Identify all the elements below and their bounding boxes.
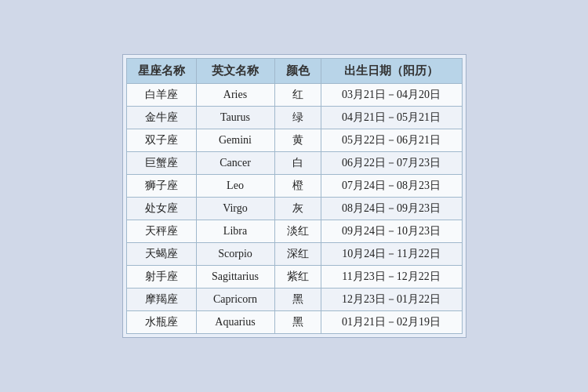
cell-color: 白 [274, 152, 321, 175]
cell-en: Leo [196, 175, 274, 198]
table-row: 水瓶座Aquarius黑01月21日－02月19日 [126, 311, 462, 334]
cell-en: Aries [196, 84, 274, 107]
cell-zh: 摩羯座 [126, 289, 196, 311]
table-row: 白羊座Aries红03月21日－04月20日 [126, 84, 462, 107]
cell-en: Taurus [196, 107, 274, 129]
cell-en: Sagittarius [196, 266, 274, 289]
cell-color: 黄 [274, 129, 321, 152]
header-date: 出生日期（阳历） [321, 59, 462, 84]
table-row: 天蝎座Scorpio深红10月24日－11月22日 [126, 243, 462, 266]
table-row: 狮子座Leo橙07月24日－08月23日 [126, 175, 462, 198]
cell-en: Gemini [196, 129, 274, 152]
table-header-row: 星座名称 英文名称 颜色 出生日期（阳历） [126, 59, 462, 84]
cell-en: Libra [196, 220, 274, 243]
table-row: 射手座Sagittarius紫红11月23日－12月22日 [126, 266, 462, 289]
cell-en: Capricorn [196, 289, 274, 311]
cell-color: 淡红 [274, 220, 321, 243]
cell-zh: 狮子座 [126, 175, 196, 198]
table-row: 双子座Gemini黄05月22日－06月21日 [126, 129, 462, 152]
cell-date: 09月24日－10月23日 [321, 220, 462, 243]
table-body: 白羊座Aries红03月21日－04月20日金牛座Taurus绿04月21日－0… [126, 84, 462, 334]
cell-zh: 巨蟹座 [126, 152, 196, 175]
cell-date: 04月21日－05月21日 [321, 107, 462, 129]
cell-color: 橙 [274, 175, 321, 198]
cell-zh: 水瓶座 [126, 311, 196, 334]
header-color: 颜色 [274, 59, 321, 84]
cell-color: 紫红 [274, 266, 321, 289]
cell-date: 01月21日－02月19日 [321, 311, 462, 334]
cell-zh: 双子座 [126, 129, 196, 152]
cell-en: Scorpio [196, 243, 274, 266]
cell-color: 黑 [274, 311, 321, 334]
table-row: 摩羯座Capricorn黑12月23日－01月22日 [126, 289, 462, 311]
zodiac-table-container: 星座名称 英文名称 颜色 出生日期（阳历） 白羊座Aries红03月21日－04… [122, 54, 466, 338]
cell-color: 绿 [274, 107, 321, 129]
cell-color: 红 [274, 84, 321, 107]
cell-color: 黑 [274, 289, 321, 311]
cell-date: 06月22日－07月23日 [321, 152, 462, 175]
header-zh: 星座名称 [126, 59, 196, 84]
zodiac-table: 星座名称 英文名称 颜色 出生日期（阳历） 白羊座Aries红03月21日－04… [126, 58, 463, 334]
cell-zh: 天蝎座 [126, 243, 196, 266]
cell-color: 灰 [274, 198, 321, 220]
table-row: 金牛座Taurus绿04月21日－05月21日 [126, 107, 462, 129]
cell-date: 08月24日－09月23日 [321, 198, 462, 220]
cell-zh: 天秤座 [126, 220, 196, 243]
table-row: 巨蟹座Cancer白06月22日－07月23日 [126, 152, 462, 175]
cell-zh: 射手座 [126, 266, 196, 289]
cell-zh: 处女座 [126, 198, 196, 220]
cell-zh: 金牛座 [126, 107, 196, 129]
cell-color: 深红 [274, 243, 321, 266]
cell-en: Aquarius [196, 311, 274, 334]
cell-date: 10月24日－11月22日 [321, 243, 462, 266]
cell-en: Cancer [196, 152, 274, 175]
header-en: 英文名称 [196, 59, 274, 84]
cell-date: 07月24日－08月23日 [321, 175, 462, 198]
cell-en: Virgo [196, 198, 274, 220]
cell-date: 05月22日－06月21日 [321, 129, 462, 152]
table-row: 处女座Virgo灰08月24日－09月23日 [126, 198, 462, 220]
cell-zh: 白羊座 [126, 84, 196, 107]
cell-date: 03月21日－04月20日 [321, 84, 462, 107]
cell-date: 12月23日－01月22日 [321, 289, 462, 311]
cell-date: 11月23日－12月22日 [321, 266, 462, 289]
table-row: 天秤座Libra淡红09月24日－10月23日 [126, 220, 462, 243]
